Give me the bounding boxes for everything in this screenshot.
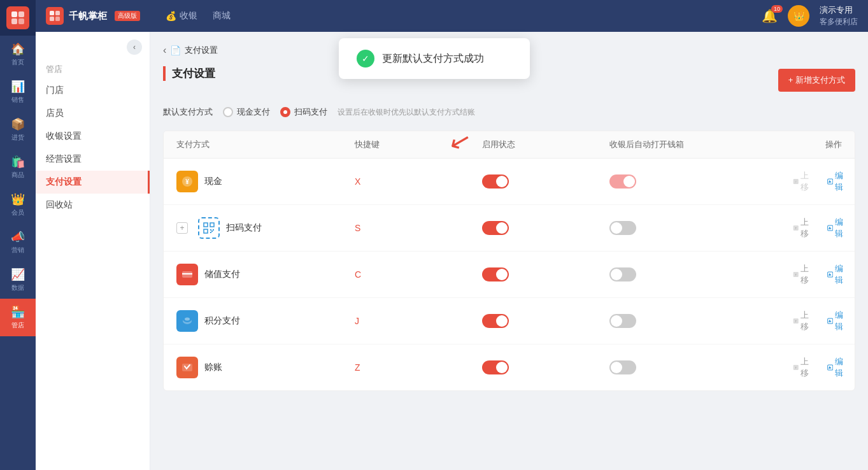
move-up-btn-credit[interactable]: ↑ 上移 — [788, 353, 817, 381]
toggle-enabled-scan[interactable] — [482, 221, 609, 235]
svg-rect-17 — [210, 229, 211, 231]
sidebar-item-purchase[interactable]: 📦 进货 — [0, 111, 36, 148]
sec-nav-recycle[interactable]: 回收站 — [36, 194, 150, 217]
sidebar-item-members[interactable]: 👑 会员 — [0, 186, 36, 224]
sidebar-label-sales: 销售 — [11, 96, 24, 104]
radio-cash[interactable]: 现金支付 — [223, 106, 270, 118]
toggle-enabled-points[interactable] — [482, 314, 609, 328]
content-area: ‹ 管店 门店 店员 收银设置 经营设置 支付设置 — [36, 32, 868, 470]
edit-icon — [827, 317, 833, 325]
edit-btn-scan[interactable]: 编辑 — [822, 214, 851, 242]
method-name-points: 积分支付 — [204, 315, 240, 327]
edit-btn-stored[interactable]: 编辑 — [822, 260, 851, 288]
table-header: 支付方式 快捷键 启用状态 收银后自动打开钱箱 操作 — [164, 131, 855, 159]
sec-nav-biz-label: 经营设置 — [46, 153, 82, 165]
up-icon: ↑ — [793, 224, 799, 232]
move-up-btn-points[interactable]: ↑ 上移 — [788, 307, 817, 335]
svg-rect-15 — [204, 229, 208, 233]
method-name-credit: 赊账 — [204, 362, 222, 373]
cashier-label: 收银 — [180, 10, 197, 22]
radio-cash-label: 现金支付 — [237, 106, 270, 118]
menu-cashier[interactable]: 💰 收银 — [166, 10, 197, 22]
sidebar: 🏠 首页 📊 销售 📦 进货 🛍️ 商品 👑 会员 📣 营销 📈 数据 🏪 — [0, 0, 36, 470]
move-up-label: 上移 — [800, 356, 812, 379]
marketing-icon: 📣 — [11, 230, 25, 244]
svg-rect-19 — [210, 232, 211, 233]
svg-text:↑: ↑ — [795, 319, 797, 323]
menu-mall[interactable]: 商城 — [213, 10, 231, 22]
svg-text:↑: ↑ — [795, 180, 797, 183]
scan-icon — [198, 217, 220, 239]
method-name-scan: 扫码支付 — [226, 222, 262, 234]
sidebar-item-manage[interactable]: 🏪 管店 — [0, 299, 36, 336]
shortcut-cash: X — [355, 176, 482, 187]
secondary-sidebar: ‹ 管店 门店 店员 收银设置 经营设置 支付设置 — [36, 32, 150, 470]
move-up-btn-cash[interactable]: ↑ 上移 — [788, 167, 817, 196]
move-up-btn-scan[interactable]: ↑ 上移 — [788, 214, 817, 242]
toggle-auto-open-stored[interactable] — [609, 267, 788, 281]
col-method: 支付方式 — [176, 139, 355, 150]
svg-rect-6 — [50, 17, 54, 21]
radio-scan[interactable]: 扫码支付 — [280, 106, 327, 118]
collapse-area: ‹ — [36, 39, 150, 60]
sidebar-label-purchase: 进货 — [11, 133, 24, 142]
edit-btn-cash[interactable]: 编辑 — [822, 167, 851, 196]
main-content: ✓ 更新默认支付方式成功 ↙ ‹ 📄 支付设置 支付设置 + 新增支付方式 默认… — [150, 32, 868, 470]
up-icon: ↑ — [793, 317, 799, 325]
edit-btn-points[interactable]: 编辑 — [822, 307, 851, 335]
notification-button[interactable]: 🔔 10 — [762, 8, 778, 24]
payment-radio-group: 现金支付 扫码支付 — [223, 106, 327, 118]
sidebar-item-products[interactable]: 🛍️ 商品 — [0, 148, 36, 186]
payment-hint: 设置后在收银时优先以默认支付方式结账 — [338, 107, 475, 118]
edit-label: 编辑 — [835, 263, 846, 286]
move-up-btn-stored[interactable]: ↑ 上移 — [788, 260, 817, 288]
add-payment-button[interactable]: + 新增支付方式 — [778, 69, 855, 92]
toggle-auto-open-credit[interactable] — [609, 360, 788, 374]
radio-scan-circle — [280, 107, 290, 117]
default-payment-label: 默认支付方式 — [163, 106, 213, 118]
sidebar-item-data[interactable]: 📈 数据 — [0, 261, 36, 299]
breadcrumb-back-button[interactable]: ‹ — [163, 45, 166, 56]
stored-icon — [176, 264, 198, 285]
toggle-enabled-credit[interactable] — [482, 360, 609, 374]
svg-rect-2 — [11, 18, 17, 24]
sidebar-item-home[interactable]: 🏠 首页 — [0, 36, 36, 73]
brand-logo — [46, 7, 64, 25]
sidebar-item-marketing[interactable]: 📣 营销 — [0, 224, 36, 261]
sec-nav-biz-settings[interactable]: 经营设置 — [36, 148, 150, 171]
sidebar-item-sales[interactable]: 📊 销售 — [0, 73, 36, 111]
shortcut-scan: S — [355, 223, 482, 233]
toggle-auto-open-scan[interactable] — [609, 221, 788, 235]
sec-nav-payment-label: 支付设置 — [46, 176, 82, 188]
move-up-label: 上移 — [800, 217, 812, 239]
move-up-label: 上移 — [800, 263, 812, 286]
method-cell-credit: 赊账 — [176, 357, 355, 378]
svg-rect-4 — [50, 11, 54, 15]
toggle-auto-open-points[interactable] — [609, 314, 788, 328]
mall-label: 商城 — [213, 10, 231, 22]
toggle-enabled-stored[interactable] — [482, 267, 609, 281]
sidebar-label-members: 会员 — [11, 208, 24, 217]
method-name-stored: 储值支付 — [204, 269, 240, 280]
data-icon: 📈 — [11, 267, 25, 281]
col-status: 启用状态 — [482, 139, 609, 150]
collapse-button[interactable]: ‹ — [127, 39, 142, 55]
edit-btn-credit[interactable]: 编辑 — [822, 353, 851, 381]
sec-nav-payment[interactable]: 支付设置 — [36, 171, 150, 194]
brand: 千帆掌柜 高级版 — [46, 7, 140, 25]
topnav-menu: 💰 收银 商城 — [166, 10, 231, 22]
shortcut-stored: C — [355, 269, 482, 280]
toggle-auto-open-cash[interactable] — [609, 174, 788, 189]
toast-success-icon: ✓ — [357, 50, 374, 68]
svg-rect-13 — [204, 223, 208, 227]
toggle-enabled-cash[interactable] — [482, 174, 609, 189]
sec-nav-store[interactable]: 门店 — [36, 79, 150, 102]
method-cell-stored: 储值支付 — [176, 264, 355, 285]
notification-badge: 10 — [771, 5, 783, 13]
action-cell-stored: ↑ 上移 编辑 — [788, 260, 851, 288]
svg-rect-5 — [55, 11, 60, 15]
sec-nav-staff[interactable]: 店员 — [36, 102, 150, 125]
radio-cash-circle — [223, 107, 233, 117]
radio-scan-label: 扫码支付 — [294, 106, 327, 118]
sec-nav-cashier-settings[interactable]: 收银设置 — [36, 125, 150, 148]
